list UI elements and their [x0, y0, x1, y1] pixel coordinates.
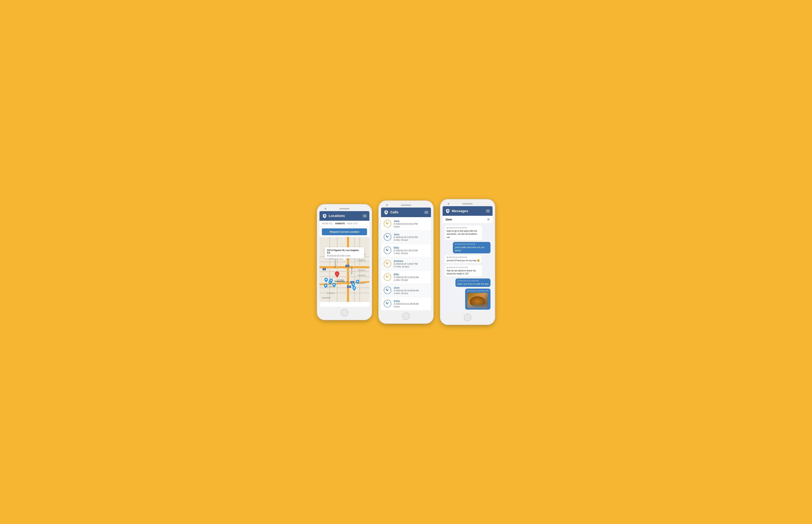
phones-container: Locations SHOW ALL ANIMATE VIEW LIST Req… [317, 199, 495, 325]
call-info: Jane 2016-02-25 10:53:34 AM 1 mins, 18 s… [394, 286, 428, 295]
svg-point-6 [353, 283, 354, 285]
map-label-w121: W 121st St [327, 292, 335, 294]
popup-address: 215 S Figuero St, Los Angeles CA [327, 249, 362, 254]
svg-point-4 [334, 284, 335, 285]
call-icon-circle [384, 220, 391, 227]
phone-bottom-3 [443, 312, 492, 322]
locations-menu[interactable] [363, 215, 367, 217]
message-time: 2016-02-24 10:18:41 PM [467, 290, 488, 292]
request-location-button[interactable]: Request Current Location [322, 228, 367, 235]
call-icon-circle [384, 260, 391, 267]
camera-3 [448, 203, 450, 204]
call-clock-icon [394, 263, 395, 265]
messages-contact-bar: Jane ✕ [443, 216, 492, 224]
call-item[interactable]: Katie 2016-02-24 11:46:58 AM 0 secs [381, 297, 431, 310]
call-name: Billy [394, 246, 428, 249]
svg-point-8 [354, 287, 355, 289]
hamburger-line-4 [424, 211, 428, 212]
messages-close-button[interactable]: ✕ [487, 217, 490, 222]
call-phone-icon [386, 222, 389, 226]
home-button-1[interactable] [341, 309, 348, 316]
hamburger-line-3 [363, 217, 367, 217]
popup-time: 2016-02-28 10:56:17 AM [327, 255, 362, 257]
phone-screen-1: Locations SHOW ALL ANIMATE VIEW LIST Req… [320, 211, 369, 307]
message-time: 2016-02-24 10:18:20 PM [457, 280, 488, 282]
street-v3 [354, 237, 355, 302]
phone-screen-3: Messages Jane ✕ 2016-02-24 6:22:28 PM wa… [443, 206, 492, 312]
call-item[interactable]: Andrew 2016-02-25 1:06:27 PM 17 mins, 24… [381, 257, 431, 271]
locations-header: Locations [320, 211, 369, 221]
call-item[interactable]: Billy 2016-02-25 11:03:23 AM 1 mins, 43 … [381, 271, 431, 284]
home-button-2[interactable] [402, 312, 410, 320]
hamburger-line-7 [486, 210, 490, 210]
locations-title: Locations [329, 214, 361, 218]
call-clock-icon [394, 303, 395, 305]
message-time: 2016-02-24 6:26:33 PM [455, 243, 488, 245]
call-phone-icon [386, 235, 389, 239]
message-text: want to go to the party with me and kevi… [447, 229, 480, 239]
call-info: Billy 2016-02-25 11:03:23 AM 1 mins, 43 … [394, 273, 428, 281]
phone-screen-2: Calls Jane 2016-02-26 6:45:22 PM [381, 208, 431, 310]
shield-logo-1 [322, 214, 327, 218]
messages-contact-name: Jane [445, 218, 452, 221]
map-label-w112: W 112th St [358, 275, 366, 276]
popup-clock-icon [327, 255, 329, 257]
phone-messages: Messages Jane ✕ 2016-02-24 6:22:28 PM wa… [440, 199, 495, 325]
call-duration: 1 mins, 34 secs [394, 239, 428, 241]
blue-pin-7 [353, 286, 356, 291]
message-time: 2016-02-24 10:15:12 PM [447, 266, 480, 268]
view-list-btn[interactable]: VIEW LIST [347, 223, 358, 225]
message-text: yeah i just have to walk the dog [457, 282, 488, 285]
shield-logo-3 [445, 209, 450, 213]
shield-logo-2 [384, 210, 389, 215]
hamburger-line-6 [424, 213, 428, 214]
hamburger-line-9 [486, 212, 490, 212]
message-clock-icon [455, 243, 457, 245]
red-star-pin: ★ [335, 271, 340, 278]
blue-pin-1 [324, 278, 328, 283]
phone-bottom-1 [320, 307, 369, 317]
message-bubble: 2016-02-24 10:18:20 PM yeah i just have … [455, 278, 490, 287]
svg-point-7 [357, 281, 358, 282]
call-item[interactable]: Billy 2016-02-25 1:55:13 PM 1 mins, 32 s… [381, 244, 431, 257]
call-name: Jane [394, 233, 428, 236]
call-info: Katie 2016-02-24 11:46:58 AM 0 secs [394, 299, 428, 308]
call-name: Jane [394, 286, 428, 289]
message-bubble: 2016-02-24 10:18:41 PM [465, 289, 490, 310]
call-item[interactable]: Jane 2016-02-26 6:45:22 PM 0 secs [381, 217, 431, 230]
animate-btn[interactable]: ANIMATE [335, 223, 345, 225]
message-clock-icon [467, 290, 469, 292]
call-time: 2016-02-25 1:06:27 PM [394, 263, 428, 265]
message-text: yeah totally what time are you going? [455, 246, 488, 252]
show-all-btn[interactable]: SHOW ALL [322, 223, 333, 225]
call-time: 2016-02-25 11:03:23 AM [394, 276, 428, 278]
message-bubble: 2016-02-24 6:26:55 PM around 10 text you… [445, 255, 482, 263]
hamburger-line-1 [363, 215, 367, 215]
home-button-3[interactable] [464, 314, 471, 321]
phone-top-2 [381, 203, 431, 208]
call-icon-circle [384, 286, 391, 294]
call-phone-icon [386, 275, 389, 279]
phone-top-1 [320, 207, 369, 211]
highway-14b-badge: 14B [347, 286, 351, 288]
message-time: 2016-02-24 6:22:28 PM [447, 227, 480, 229]
street-v2 [337, 237, 337, 302]
hamburger-line-5 [424, 212, 428, 213]
phone-locations: Locations SHOW ALL ANIMATE VIEW LIST Req… [317, 204, 372, 320]
call-time: 2016-02-25 2:05:23 PM [394, 236, 428, 239]
message-clock-icon [447, 257, 449, 258]
call-item[interactable]: Jane 2016-02-25 10:53:34 AM 1 mins, 18 s… [381, 284, 431, 297]
map-label-w111: W 111th St [358, 269, 366, 271]
road-h1 [320, 266, 369, 268]
call-name: Andrew [394, 260, 428, 262]
call-icon-circle [384, 300, 391, 307]
calls-list: Jane 2016-02-26 6:45:22 PM 0 secs Jane 2… [381, 217, 431, 310]
call-item[interactable]: Jane 2016-02-25 2:05:23 PM 1 mins, 34 se… [381, 230, 431, 244]
messages-menu[interactable] [486, 210, 490, 212]
call-phone-icon [386, 302, 389, 306]
speaker-2 [401, 204, 411, 206]
messages-list: 2016-02-24 6:22:28 PM want to go to the … [443, 224, 492, 312]
map-label-w110: W 110th St [358, 260, 366, 261]
calls-menu[interactable] [424, 211, 428, 214]
message-bubble: 2016-02-24 6:22:28 PM want to go to the … [445, 226, 482, 240]
